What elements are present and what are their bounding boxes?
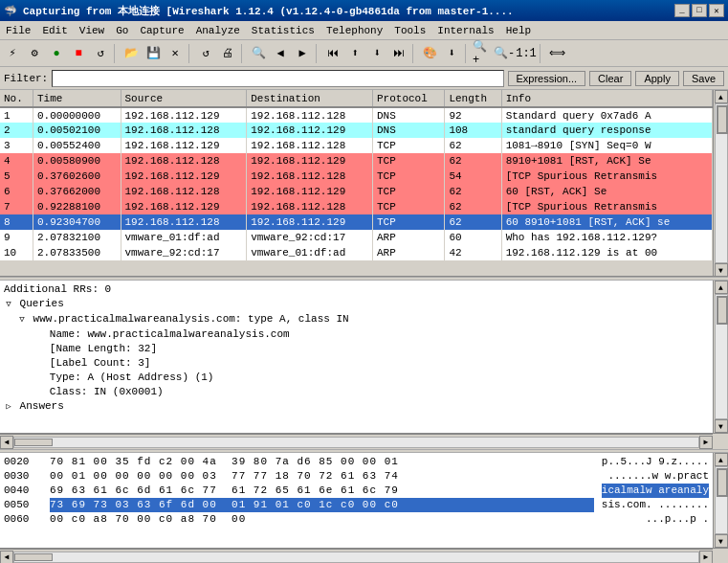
menu-internals[interactable]: Internals xyxy=(431,24,499,37)
tb-zoom-reset[interactable]: 1:1 xyxy=(516,43,537,64)
packet-list-scrollbar[interactable]: ▲ ▼ xyxy=(713,90,728,277)
tb-autoscroll[interactable]: ⬇ xyxy=(441,43,462,64)
tb-capture-stop[interactable]: ■ xyxy=(68,43,89,64)
save-button[interactable]: Save xyxy=(683,71,724,86)
scroll-up-button[interactable]: ▲ xyxy=(715,90,728,103)
table-cell: vmware_01:df:ad xyxy=(247,245,373,260)
scroll-down-button[interactable]: ▼ xyxy=(715,263,728,277)
table-cell: Who has 192.168.112.129? xyxy=(501,230,712,245)
detail-class: Class: IN (0x0001) xyxy=(4,385,709,399)
hex-hscroll-track[interactable] xyxy=(13,552,699,563)
tb-reload[interactable]: ↺ xyxy=(195,43,216,64)
table-row[interactable]: 70.92288100192.168.112.129192.168.112.12… xyxy=(0,199,713,214)
table-cell: TCP xyxy=(373,138,445,153)
expression-button[interactable]: Expression... xyxy=(508,71,586,86)
hex-scroll-up[interactable]: ▲ xyxy=(715,453,728,466)
apply-button[interactable]: Apply xyxy=(635,71,679,86)
tb-save[interactable]: 💾 xyxy=(143,43,164,64)
detail-hscroll-right[interactable]: ▶ xyxy=(699,436,713,449)
table-cell: 60 [RST, ACK] Se xyxy=(501,184,712,199)
col-length: Length xyxy=(445,90,501,107)
table-row[interactable]: 80.92304700192.168.112.128192.168.112.12… xyxy=(0,214,713,230)
detail-hscroll-track[interactable] xyxy=(13,437,699,448)
tb-go-next[interactable]: ⬇ xyxy=(366,43,387,64)
menu-tools[interactable]: Tools xyxy=(388,24,431,37)
hex-pane-scrollbar[interactable]: ▲ ▼ xyxy=(713,453,728,548)
tb-zoom-in[interactable]: 🔍+ xyxy=(472,43,493,64)
table-row[interactable]: 10.00000000192.168.112.129192.168.112.12… xyxy=(0,107,713,123)
hex-scroll-down[interactable]: ▼ xyxy=(715,534,728,548)
tb-find[interactable]: 🔍 xyxy=(248,43,269,64)
tb-open[interactable]: 📂 xyxy=(121,43,142,64)
detail-hscrollbar[interactable]: ◀ ▶ xyxy=(0,434,713,449)
tb-resize-columns[interactable]: ⟺ xyxy=(546,43,567,64)
tb-go-first[interactable]: ⏮ xyxy=(322,43,343,64)
table-row[interactable]: 50.37602600192.168.112.129192.168.112.12… xyxy=(0,169,713,184)
detail-line: Additional RRs: 0 xyxy=(4,282,709,297)
detail-scroll-track[interactable] xyxy=(715,294,728,419)
tb-colorize[interactable]: 🎨 xyxy=(419,43,440,64)
detail-queries-expand[interactable]: ▽ Queries xyxy=(4,297,709,312)
table-cell: 62 xyxy=(445,184,501,199)
table-cell: DNS xyxy=(373,107,445,123)
hex-scroll-track[interactable] xyxy=(715,466,728,534)
packet-table-header: No. Time Source Destination Protocol Len… xyxy=(0,90,713,107)
tb-go-last[interactable]: ⏭ xyxy=(388,43,409,64)
table-row[interactable]: 30.00552400192.168.112.129192.168.112.12… xyxy=(0,138,713,153)
menu-view[interactable]: View xyxy=(74,24,110,37)
hex-hscroll-thumb[interactable] xyxy=(14,553,53,561)
detail-name: Name: www.practicalmalwareanalysis.com xyxy=(4,327,709,342)
maximize-button[interactable]: □ xyxy=(692,4,707,17)
detail-hscroll-thumb[interactable] xyxy=(14,439,53,446)
menu-help[interactable]: Help xyxy=(500,24,537,37)
hex-hscroll-right[interactable]: ▶ xyxy=(699,551,713,564)
detail-scroll-thumb[interactable] xyxy=(717,296,728,325)
filter-input[interactable] xyxy=(52,70,503,87)
detail-query-item[interactable]: ▽ www.practicalmalwareanalysis.com: type… xyxy=(4,312,709,327)
tb-capture-interfaces[interactable]: ⚡ xyxy=(2,43,23,64)
table-row[interactable]: 20.00502100192.168.112.128192.168.112.12… xyxy=(0,123,713,138)
menu-analyze[interactable]: Analyze xyxy=(190,24,246,37)
table-row[interactable]: 40.00580900192.168.112.128192.168.112.12… xyxy=(0,153,713,169)
hex-scroll-thumb[interactable] xyxy=(717,468,728,497)
scroll-thumb[interactable] xyxy=(717,105,728,134)
tb-capture-options[interactable]: ⚙ xyxy=(24,43,45,64)
table-cell: 8910+1081 [RST, ACK] Se xyxy=(501,153,712,169)
hex-addr: 0060 xyxy=(4,512,42,527)
table-row[interactable]: 92.07832100vmware_01:df:advmware_92:cd:1… xyxy=(0,230,713,245)
tb-forward[interactable]: ▶ xyxy=(292,43,313,64)
scroll-track[interactable] xyxy=(715,103,728,263)
detail-scroll-down[interactable]: ▼ xyxy=(715,419,728,433)
hex-addr: 0040 xyxy=(4,484,42,498)
window-controls: _ □ ✕ xyxy=(674,4,724,17)
tb-zoom-out[interactable]: 🔍- xyxy=(494,43,515,64)
title-text: Capturing from 本地连接 [Wireshark 1.12.4 (v… xyxy=(23,4,674,18)
hex-hscroll-left[interactable]: ◀ xyxy=(0,551,13,564)
table-row[interactable]: 102.07833500vmware_92:cd:17vmware_01:df:… xyxy=(0,245,713,260)
hex-hscrollbar[interactable]: ◀ ▶ xyxy=(0,549,713,563)
menu-go[interactable]: Go xyxy=(110,24,134,37)
menu-statistics[interactable]: Statistics xyxy=(246,24,320,37)
detail-pane-scrollbar[interactable]: ▲ ▼ xyxy=(713,281,728,433)
tb-capture-start[interactable]: ● xyxy=(46,43,67,64)
hex-bytes: 00 c0 a8 70 00 c0 a8 70 00 xyxy=(50,512,638,527)
tb-capture-restart[interactable]: ↺ xyxy=(90,43,111,64)
menu-file[interactable]: File xyxy=(0,24,36,37)
tb-close[interactable]: ✕ xyxy=(165,43,186,64)
detail-hscroll-left[interactable]: ◀ xyxy=(0,436,13,449)
tb-print[interactable]: 🖨 xyxy=(217,43,238,64)
minimize-button[interactable]: _ xyxy=(674,4,690,17)
detail-scroll-up[interactable]: ▲ xyxy=(715,281,728,294)
detail-labelcount: [Label Count: 3] xyxy=(4,356,709,371)
detail-answers-expand[interactable]: ▷ Answers xyxy=(4,399,709,415)
close-button[interactable]: ✕ xyxy=(709,4,724,17)
table-row[interactable]: 60.37662000192.168.112.128192.168.112.12… xyxy=(0,184,713,199)
menu-capture[interactable]: Capture xyxy=(134,24,189,37)
table-cell: 192.168.112.128 xyxy=(247,169,373,184)
tb-back[interactable]: ◀ xyxy=(270,43,291,64)
expand-icon: ▷ xyxy=(4,400,13,415)
tb-go-prev[interactable]: ⬆ xyxy=(344,43,365,64)
menu-telephony[interactable]: Telephony xyxy=(320,24,388,37)
menu-edit[interactable]: Edit xyxy=(36,24,73,37)
clear-button[interactable]: Clear xyxy=(589,71,631,86)
